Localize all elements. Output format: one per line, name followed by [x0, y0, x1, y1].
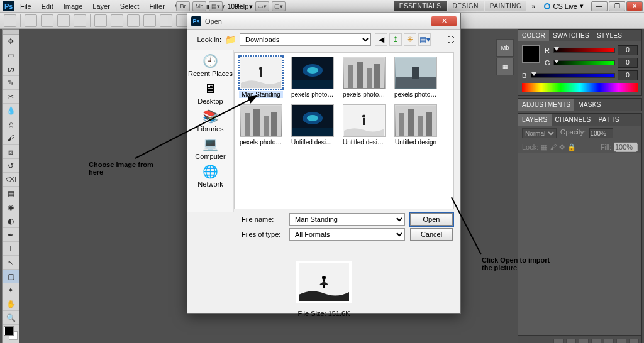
file-item[interactable]: pexels-photo-11... [238, 104, 284, 146]
file-item[interactable]: Untitled design [393, 104, 438, 146]
tab-swatches[interactable]: SWATCHES [549, 30, 593, 41]
toolbox-grip[interactable] [3, 30, 19, 35]
path-select-tool[interactable]: ↖ [3, 256, 19, 270]
fill-input[interactable] [614, 142, 638, 152]
opacity-input[interactable] [589, 128, 613, 138]
cs-live[interactable]: CS Live ▾ [540, 2, 587, 10]
place-desktop[interactable]: 🖥Desktop [197, 80, 223, 106]
cancel-button[interactable]: Cancel [410, 228, 453, 241]
file-item[interactable]: Untitled design (2) [341, 104, 387, 146]
place-network[interactable]: 🌐Network [197, 163, 223, 189]
3d-tool[interactable]: ✦ [3, 283, 19, 297]
healing-tool[interactable]: ⎌ [3, 117, 19, 131]
b-value[interactable]: 0 [618, 70, 638, 80]
lock-all-icon[interactable]: 🔒 [567, 143, 576, 151]
optbar-btn-9[interactable] [160, 14, 172, 27]
lock-transparency-icon[interactable]: ▦ [541, 143, 547, 151]
eraser-tool[interactable]: ⌫ [3, 173, 19, 187]
color-swatches[interactable] [3, 325, 19, 341]
menu-select[interactable]: Select [115, 0, 145, 13]
crop-tool[interactable]: ✂ [3, 90, 19, 104]
workspace-design[interactable]: DESIGN [448, 1, 484, 11]
filetype-select[interactable]: All Formats [289, 228, 405, 241]
move-tool[interactable]: ✥ [3, 35, 19, 48]
mini-bridge-panel-icon[interactable]: Mb [496, 39, 514, 57]
layer-mask-icon[interactable] [579, 339, 589, 344]
nav-back-icon[interactable]: ◀ [375, 33, 387, 46]
menu-file[interactable]: File [15, 0, 36, 13]
inner-minimize-button[interactable]: — [591, 1, 608, 11]
dodge-tool[interactable]: ◐ [3, 214, 19, 228]
file-item[interactable]: pexels-photo-11... [393, 57, 438, 98]
optbar-btn-3[interactable] [57, 14, 70, 27]
pen-tool[interactable]: ✒ [3, 228, 19, 242]
tab-paths[interactable]: PATHS [594, 114, 623, 126]
marquee-tool[interactable]: ▭ [3, 48, 19, 62]
type-tool[interactable]: T [3, 242, 19, 256]
r-value[interactable]: 0 [618, 45, 638, 55]
optbar-btn-8[interactable] [143, 14, 156, 27]
workspace-more[interactable]: » [528, 3, 539, 10]
view-extras-icon[interactable]: ▤▾ [209, 1, 223, 11]
r-slider[interactable] [553, 48, 615, 53]
optbar-btn-5[interactable] [94, 14, 107, 27]
lock-pixels-icon[interactable]: 🖌 [550, 143, 557, 151]
link-layers-icon[interactable] [553, 339, 564, 344]
quick-select-tool[interactable]: ✎ [3, 76, 19, 90]
b-slider[interactable] [531, 73, 615, 78]
filename-select[interactable]: Man Standing [289, 213, 405, 226]
zoom-level[interactable]: 100% [225, 3, 247, 10]
file-browser[interactable]: Man Standingpexels-photo-91...pexels-pho… [234, 52, 454, 209]
blur-tool[interactable]: ◉ [3, 200, 19, 214]
g-value[interactable]: 0 [618, 58, 638, 68]
brush-tool[interactable]: 🖌 [3, 131, 19, 145]
menu-image[interactable]: Image [58, 0, 88, 13]
hand-tool[interactable]: ✋ [3, 297, 19, 311]
delete-layer-icon[interactable] [629, 339, 639, 344]
file-item[interactable]: pexels-photo-91... [290, 57, 335, 98]
zoom-tool[interactable]: 🔍 [3, 311, 19, 325]
optbar-btn-2[interactable] [41, 14, 53, 27]
optbar-btn-7[interactable] [127, 14, 140, 27]
dialog-titlebar[interactable]: Ps Open ✕ [187, 13, 460, 30]
layer-group-icon[interactable] [604, 339, 614, 344]
file-item[interactable]: pexels-photo-13... [341, 57, 387, 98]
optbar-btn-1[interactable] [25, 14, 37, 27]
inner-close-button[interactable]: ✕ [626, 1, 643, 11]
menu-edit[interactable]: Edit [36, 0, 58, 13]
menu-filter[interactable]: Filter [144, 0, 169, 13]
gradient-tool[interactable]: ▤ [3, 187, 19, 200]
workspace-essentials[interactable]: ESSENTIALS [394, 1, 447, 11]
menu-layer[interactable]: Layer [87, 0, 115, 13]
open-button[interactable]: Open [410, 213, 453, 226]
tab-layers[interactable]: LAYERS [518, 114, 552, 126]
mini-bridge-icon[interactable]: Mb [192, 1, 206, 11]
current-tool-icon[interactable] [4, 14, 16, 27]
lasso-tool[interactable]: ᔕ [3, 62, 19, 76]
tab-color[interactable]: COLOR [518, 30, 549, 41]
stamp-tool[interactable]: ⧈ [3, 145, 19, 159]
blend-mode-select[interactable]: Normal [522, 128, 557, 138]
layer-style-icon[interactable] [566, 339, 576, 344]
dialog-close-button[interactable]: ✕ [431, 16, 457, 26]
new-layer-icon[interactable] [616, 339, 626, 344]
eyedropper-tool[interactable]: 💧 [3, 104, 19, 117]
nav-views-icon[interactable]: ▤▾ [418, 33, 431, 46]
nav-newfolder-icon[interactable]: ✳ [404, 33, 416, 46]
place-libraries[interactable]: 📚Libraries [197, 107, 223, 134]
g-slider[interactable] [553, 60, 615, 65]
place-recent[interactable]: 🕘Recent Places [188, 52, 233, 79]
lock-position-icon[interactable]: ✥ [559, 143, 565, 151]
history-panel-icon[interactable]: ▦ [496, 58, 514, 75]
lookin-select[interactable]: Downloads [240, 33, 371, 46]
inner-restore-button[interactable]: ❐ [609, 1, 625, 11]
place-computer[interactable]: 💻Computer [195, 135, 225, 161]
optbar-btn-6[interactable] [111, 14, 123, 27]
adjustment-layer-icon[interactable] [591, 339, 601, 344]
tab-adjustments[interactable]: ADJUSTMENTS [518, 99, 574, 111]
arrange-docs-icon[interactable]: ▭▾ [255, 1, 269, 11]
optbar-btn-4[interactable] [74, 14, 86, 27]
file-item[interactable]: Man Standing [238, 57, 284, 98]
tab-styles[interactable]: STYLES [593, 30, 626, 41]
color-swatch[interactable] [522, 45, 540, 63]
